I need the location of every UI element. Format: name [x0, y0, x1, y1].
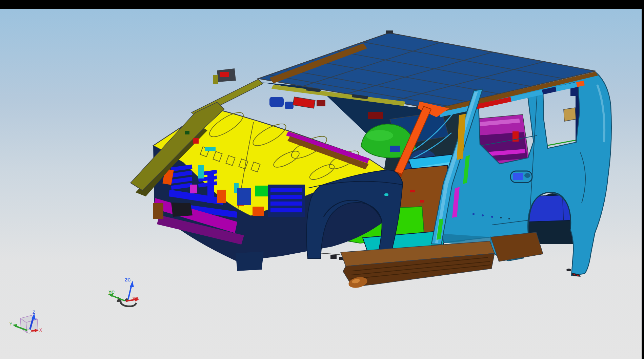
car-body-model [130, 30, 611, 289]
blade-cyan-clip[interactable] [205, 147, 216, 151]
fascia-cyan-part[interactable] [198, 165, 204, 178]
hinge-red-part[interactable] [220, 72, 229, 77]
clip-red-dot [577, 275, 579, 276]
window-bracket-tan[interactable] [564, 108, 576, 121]
door-handle-bowl [524, 173, 530, 178]
clip-red-dot [573, 274, 575, 275]
absolute-csys-triad: Z Y X [9, 310, 42, 333]
cowl-maroon-bracket[interactable] [317, 100, 325, 106]
clip-part[interactable] [566, 269, 571, 271]
acs-origin-sphere [27, 329, 31, 333]
front-bracket-dark[interactable] [330, 255, 337, 259]
fascia-magenta-part[interactable] [190, 185, 197, 193]
door-handle-glint [513, 173, 523, 180]
fascia-orange-part[interactable] [217, 190, 226, 203]
fascia-right-block[interactable] [268, 185, 305, 217]
rocker-plug [508, 218, 510, 219]
fender-teal-plug [384, 193, 388, 196]
rocker-plug [500, 217, 502, 218]
cowl-red-bracket[interactable] [293, 97, 315, 108]
wcs-z-label: ZC [125, 277, 131, 282]
top-black-bar [0, 0, 644, 9]
wcs-y-label: YC [108, 290, 115, 295]
acs-z-label: Z [33, 310, 35, 315]
rocker-plug [472, 213, 475, 215]
rocker-plug [491, 216, 493, 218]
right-black-bar [642, 0, 644, 359]
wcs-triad: ZC YC XC [108, 277, 139, 307]
lower-wing-dark[interactable] [236, 251, 264, 271]
fascia-blue-block[interactable] [237, 188, 251, 205]
cowl-cylinder[interactable] [285, 102, 294, 109]
hinge-olive-part[interactable] [213, 75, 218, 84]
roof-antenna-mount[interactable] [386, 30, 393, 34]
floor-red-speck [410, 190, 415, 192]
rocker-plug [482, 214, 484, 216]
blade-red-clip[interactable] [193, 138, 199, 144]
tow-step-black[interactable] [171, 203, 193, 217]
rear-rocker-brown[interactable] [491, 232, 543, 261]
dash-red-part[interactable] [368, 112, 383, 119]
fascia-brown-part[interactable] [153, 203, 163, 219]
acs-y-label: Y [9, 322, 12, 326]
wcs-x-label: XC [133, 296, 139, 301]
hump-bracket[interactable] [390, 146, 400, 152]
cad-scene: ZC YC XC Z Y X [0, 0, 644, 359]
blade-green-clip[interactable] [185, 131, 189, 134]
cowl-cylinder[interactable] [269, 97, 284, 107]
floor-red-speck [420, 200, 424, 203]
fascia-orange-part[interactable] [253, 207, 264, 216]
hump-highlight [366, 130, 393, 141]
acs-x-label: X [39, 328, 42, 333]
